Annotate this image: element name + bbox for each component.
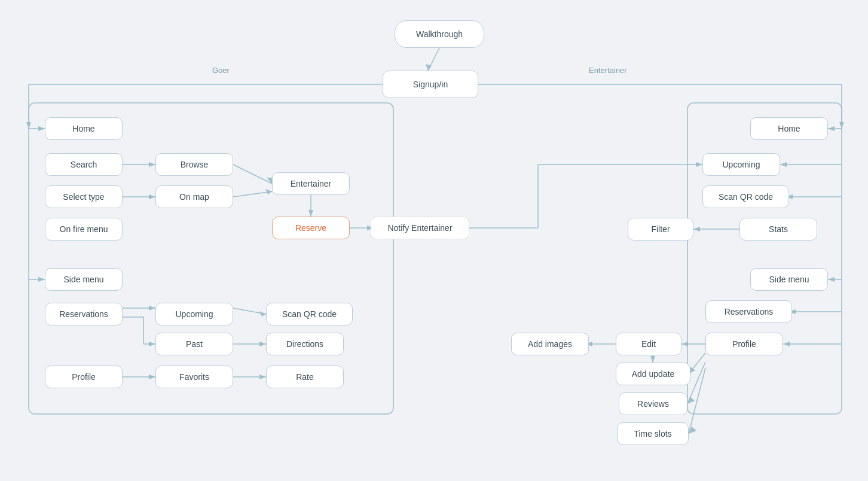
- svg-marker-39: [259, 342, 266, 346]
- svg-marker-31: [149, 306, 155, 310]
- entertainer-label: Entertainer: [589, 66, 627, 75]
- goer-home-node: Home: [45, 117, 123, 140]
- svg-marker-17: [267, 178, 272, 184]
- svg-marker-63: [650, 356, 655, 363]
- search-node: Search: [45, 153, 123, 176]
- browse-node: Browse: [155, 153, 233, 176]
- notify-entertainer-node: Notify Entertainer: [371, 217, 469, 239]
- reservations-node: Reservations: [45, 303, 123, 325]
- on-map-node: On map: [155, 185, 233, 208]
- on-fire-menu-node: On fire menu: [45, 218, 123, 240]
- goer-label: Goer: [212, 66, 230, 75]
- side-menu-goer-node: Side menu: [45, 268, 123, 291]
- svg-marker-19: [265, 189, 272, 194]
- upcoming-node: Upcoming: [155, 303, 233, 325]
- past-node: Past: [155, 333, 233, 355]
- svg-marker-15: [149, 194, 155, 199]
- svg-marker-43: [259, 375, 266, 379]
- add-update-node: Add update: [616, 363, 690, 385]
- ent-filter-node: Filter: [628, 218, 693, 240]
- svg-line-68: [689, 368, 705, 434]
- svg-marker-51: [693, 227, 700, 232]
- svg-marker-45: [828, 126, 835, 131]
- add-images-node: Add images: [511, 333, 589, 355]
- svg-marker-11: [38, 126, 45, 131]
- svg-marker-6: [26, 122, 31, 129]
- svg-marker-37: [259, 311, 266, 316]
- ent-side-menu-node: Side menu: [750, 268, 828, 291]
- ent-reservations-node: Reservations: [705, 300, 792, 323]
- svg-line-64: [689, 353, 705, 374]
- reviews-node: Reviews: [619, 392, 687, 415]
- svg-line-16: [233, 165, 272, 184]
- flowchart-canvas: Walkthrough Signup/in Goer Entertainer H…: [0, 0, 868, 481]
- directions-node: Directions: [266, 333, 344, 355]
- ent-profile-node: Profile: [705, 333, 783, 355]
- favorits-node: Favorits: [155, 366, 233, 388]
- svg-line-0: [428, 48, 439, 71]
- svg-marker-27: [696, 162, 702, 167]
- ent-upcoming-node: Upcoming: [702, 153, 780, 176]
- walkthrough-node: Walkthrough: [395, 20, 484, 48]
- svg-marker-41: [149, 375, 155, 379]
- svg-line-36: [233, 308, 266, 314]
- svg-marker-47: [780, 162, 787, 167]
- scan-qr-goer-node: Scan QR code: [266, 303, 353, 325]
- time-slots-node: Time slots: [617, 422, 689, 445]
- edit-node: Edit: [616, 333, 681, 355]
- signupin-node: Signup/in: [383, 71, 478, 98]
- svg-marker-57: [783, 342, 790, 346]
- svg-marker-21: [308, 210, 313, 217]
- rate-node: Rate: [266, 366, 344, 388]
- svg-marker-53: [828, 277, 835, 282]
- svg-marker-67: [687, 397, 695, 404]
- select-type-node: Select type: [45, 185, 123, 208]
- svg-marker-13: [149, 162, 155, 167]
- ent-scan-qr-node: Scan QR code: [702, 185, 789, 208]
- svg-marker-9: [839, 122, 844, 129]
- entertainer-node: Entertainer: [272, 172, 350, 195]
- svg-marker-69: [689, 427, 696, 434]
- svg-marker-59: [681, 342, 688, 346]
- ent-stats-node: Stats: [739, 218, 817, 240]
- reserve-node: Reserve: [272, 217, 350, 239]
- ent-home-node: Home: [750, 117, 828, 140]
- svg-rect-3: [687, 103, 842, 414]
- svg-line-18: [233, 191, 272, 197]
- svg-marker-35: [149, 342, 155, 346]
- profile-goer-node: Profile: [45, 366, 123, 388]
- svg-marker-1: [426, 64, 432, 71]
- svg-marker-29: [38, 277, 45, 282]
